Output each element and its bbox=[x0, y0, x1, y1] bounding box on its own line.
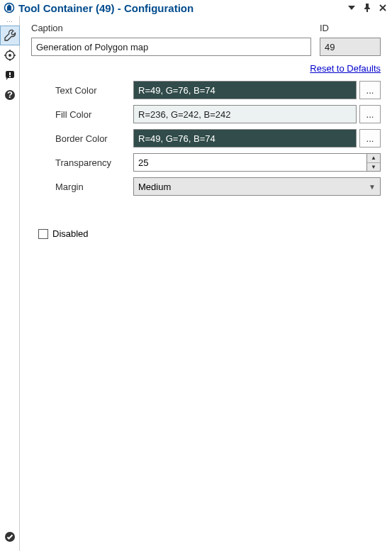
border-color-label: Border Color bbox=[55, 133, 133, 144]
pin-button[interactable] bbox=[361, 1, 374, 14]
target-icon bbox=[4, 50, 16, 61]
margin-label: Margin bbox=[55, 182, 133, 192]
border-color-picker-button[interactable]: ... bbox=[359, 129, 381, 148]
svg-point-2 bbox=[9, 54, 11, 57]
reset-defaults-link[interactable]: Reset to Defaults bbox=[31, 63, 381, 74]
svg-text:?: ? bbox=[7, 89, 13, 100]
transparency-input[interactable] bbox=[133, 153, 366, 172]
fill-color-swatch[interactable]: R=236, G=242, B=242 bbox=[133, 105, 357, 123]
disabled-label: Disabled bbox=[52, 228, 89, 239]
id-input[interactable] bbox=[320, 38, 381, 56]
id-label: ID bbox=[320, 23, 381, 33]
svg-rect-5 bbox=[9, 76, 11, 77]
margin-select[interactable]: Medium ▼ bbox=[133, 177, 381, 196]
text-color-label: Text Color bbox=[55, 85, 133, 96]
transparency-spinner[interactable]: ▲ ▼ bbox=[133, 153, 381, 172]
fill-color-value: R=236, G=242, B=242 bbox=[138, 109, 230, 120]
fill-color-picker-button[interactable]: ... bbox=[359, 105, 381, 123]
titlebar-controls bbox=[345, 1, 389, 14]
svg-rect-4 bbox=[9, 72, 11, 75]
text-color-value: R=49, G=76, B=74 bbox=[138, 85, 215, 96]
border-color-value: R=49, G=76, B=74 bbox=[138, 133, 215, 144]
sidebar-config-tab[interactable] bbox=[0, 26, 20, 45]
transparency-down-button[interactable]: ▼ bbox=[367, 163, 380, 172]
fill-color-label: Fill Color bbox=[55, 109, 133, 120]
transparency-up-button[interactable]: ▲ bbox=[367, 154, 380, 163]
text-color-swatch[interactable]: R=49, G=76, B=74 bbox=[133, 81, 357, 99]
border-color-swatch[interactable]: R=49, G=76, B=74 bbox=[133, 129, 357, 148]
tool-container-icon bbox=[3, 1, 16, 14]
warning-icon bbox=[4, 69, 16, 81]
sidebar-target-tab[interactable] bbox=[0, 45, 20, 65]
sidebar-help-tab[interactable]: ? bbox=[0, 85, 20, 105]
text-color-picker-button[interactable]: ... bbox=[359, 81, 381, 99]
close-button[interactable] bbox=[376, 1, 389, 14]
transparency-label: Transparency bbox=[55, 157, 133, 168]
sidebar-overflow-icon[interactable]: ⋯ bbox=[0, 18, 19, 26]
chevron-down-icon: ▼ bbox=[369, 183, 376, 191]
sidebar-apply-button[interactable] bbox=[0, 527, 20, 547]
titlebar: Tool Container (49) - Configuration bbox=[0, 0, 392, 16]
titlebar-title: Tool Container (49) - Configuration bbox=[18, 2, 345, 14]
sidebar: ⋯ ? bbox=[0, 16, 20, 551]
help-icon: ? bbox=[4, 89, 16, 101]
disabled-checkbox[interactable] bbox=[38, 229, 48, 239]
wrench-icon bbox=[4, 29, 16, 42]
check-icon bbox=[4, 531, 16, 542]
caption-label: Caption bbox=[31, 23, 308, 33]
dropdown-button[interactable] bbox=[345, 1, 358, 14]
sidebar-messages-tab[interactable] bbox=[0, 65, 20, 85]
config-panel: Caption ID Reset to Defaults Text Color … bbox=[20, 16, 392, 551]
margin-value: Medium bbox=[138, 182, 171, 192]
caption-input[interactable] bbox=[31, 38, 311, 56]
